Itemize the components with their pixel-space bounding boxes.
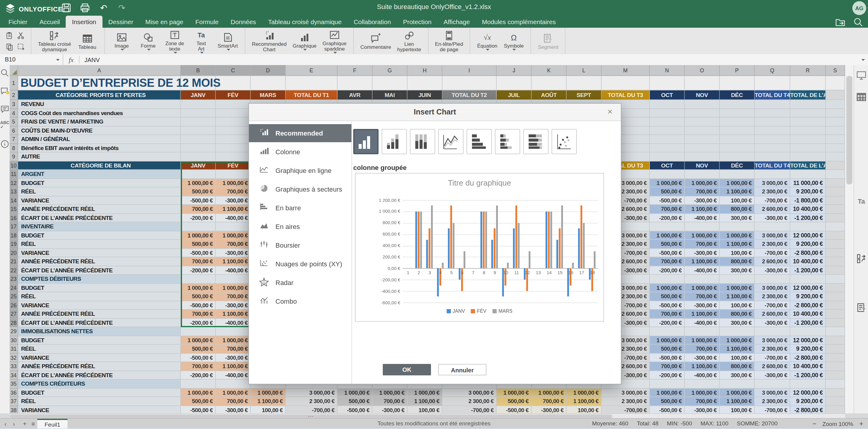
cell-N[interactable]: -500,00 € [650, 353, 685, 362]
cell-A[interactable]: ANNÉE PRÉCÉDENTE RÉEL [18, 310, 181, 319]
cell-S[interactable] [826, 397, 845, 406]
cell-R[interactable]: -2 800,00 € [790, 353, 826, 362]
cell-L[interactable] [567, 76, 601, 90]
cell-P[interactable] [720, 118, 755, 126]
cell-B[interactable]: 700,00 € [181, 205, 216, 213]
cell-S[interactable] [826, 284, 845, 292]
cell-A[interactable]: BUDGET [18, 284, 181, 292]
cell-O[interactable] [685, 380, 720, 388]
cell-P[interactable]: 100,00 € [720, 196, 755, 205]
cell-N[interactable] [650, 118, 685, 126]
row-header-34[interactable]: 34 [10, 371, 18, 380]
cell-B[interactable]: -200,00 € [181, 371, 216, 380]
cell-S[interactable] [826, 213, 845, 222]
cell-B[interactable] [181, 100, 216, 109]
cell-A[interactable]: Bénéfice EBIT avant intérêts et impôts [18, 144, 181, 153]
row-header-16[interactable]: 16 [10, 213, 18, 222]
row-header-26[interactable]: 26 [10, 301, 18, 310]
cell-Q[interactable]: 3 000,00 € [755, 179, 790, 187]
cell-N[interactable] [650, 109, 685, 118]
row-header-21[interactable]: 21 [10, 257, 18, 266]
cell-P[interactable]: 300,00 € [720, 319, 755, 327]
cell-R[interactable]: 11 000,00 € [790, 179, 826, 187]
row-header-22[interactable]: 22 [10, 266, 18, 275]
table-settings-icon[interactable] [854, 92, 868, 102]
cell-O[interactable]: 1 100,00 € [685, 257, 720, 266]
chart-type-area[interactable]: En aires [249, 218, 351, 236]
menu-tab-collaboration[interactable]: Collaboration [347, 16, 397, 28]
cell-Q[interactable]: 2 300,00 € [755, 240, 790, 249]
cell-R[interactable] [790, 126, 826, 135]
formula-bar-expand-icon[interactable] [857, 54, 868, 65]
cell-P[interactable]: 1 000,00 € [720, 179, 755, 187]
cell-O[interactable]: -300,00 € [685, 196, 720, 205]
cell-Q[interactable]: -700,00 € [755, 353, 790, 362]
cell-N[interactable] [650, 170, 685, 179]
cell-R[interactable]: 12 000,00 € [790, 336, 826, 344]
row-header-15[interactable]: 15 [10, 205, 18, 213]
cell-N[interactable]: -500,00 € [650, 249, 685, 257]
subtype-column-100-stacked[interactable] [410, 129, 435, 154]
cell-S[interactable] [826, 362, 845, 371]
cell-N[interactable]: 1 000,00 € [650, 179, 685, 187]
cell-A[interactable]: INVENTAIRE [18, 222, 181, 231]
formula-input[interactable]: JANV [80, 56, 857, 63]
row-header-2[interactable]: 2 [10, 90, 18, 100]
cell-N[interactable] [650, 100, 685, 109]
cell-Q[interactable]: 2 300,00 € [755, 187, 790, 196]
cell-A[interactable]: CATÉGORIE DE BILAN [18, 161, 181, 170]
cell-J[interactable]: -500,00 € [497, 406, 532, 413]
cell-E[interactable]: 3 000,00 € [286, 388, 338, 397]
cell-C[interactable] [216, 109, 251, 118]
cell-B[interactable] [181, 118, 216, 126]
cell-B[interactable]: 1 000,00 € [181, 284, 216, 292]
cell-R[interactable] [790, 222, 826, 231]
cell-C[interactable] [216, 153, 251, 161]
cell-Q[interactable] [755, 222, 790, 231]
column-header-K[interactable]: K [532, 65, 567, 76]
cell-A[interactable]: ANNÉE PRÉCÉDENTE RÉEL [18, 362, 181, 371]
cell-O[interactable]: 700,00 € [685, 187, 720, 196]
row-header-8[interactable]: 8 [10, 144, 18, 153]
row-header-23[interactable]: 23 [10, 275, 18, 284]
cell-C[interactable]: 700,00 € [216, 240, 251, 249]
row-header-9[interactable]: 9 [10, 153, 18, 161]
cell-O[interactable]: 1 000,00 € [685, 231, 720, 240]
cell-B[interactable]: -200,00 € [181, 319, 216, 327]
cell-S[interactable] [826, 257, 845, 266]
cell-J[interactable]: 500,00 € [497, 397, 532, 406]
cell-S[interactable] [826, 406, 845, 413]
cell-F[interactable]: -500,00 € [338, 406, 373, 413]
cell-S[interactable] [826, 90, 845, 100]
cell-N[interactable] [650, 144, 685, 153]
cell-B[interactable]: 700,00 € [181, 257, 216, 266]
cell-N[interactable]: 1 000,00 € [650, 336, 685, 344]
cell-Q[interactable]: -700,00 € [755, 406, 790, 413]
cell-A[interactable]: VARIANCE [18, 249, 181, 257]
cell-O[interactable]: 1 000,00 € [685, 284, 720, 292]
column-header-L[interactable]: L [567, 65, 601, 76]
cell-C[interactable]: 1 000,00 € [216, 284, 251, 292]
cell-N[interactable]: OCT [650, 90, 685, 100]
cell-A[interactable]: VARIANCE [18, 353, 181, 362]
row-header-12[interactable]: 12 [10, 179, 18, 187]
column-header-I[interactable]: I [442, 65, 497, 76]
cell-F[interactable]: 500,00 € [338, 397, 373, 406]
menu-tab-mise-en-page[interactable]: Mise en page [139, 16, 189, 28]
cell-D[interactable] [251, 76, 286, 90]
spellcheck-icon[interactable]: ABC✓ [0, 121, 10, 130]
cell-C[interactable] [216, 76, 251, 90]
subtype-column-clustered[interactable] [353, 129, 378, 154]
avatar[interactable]: AG [852, 1, 866, 15]
cell-A[interactable]: ÉCART DE L’ANNÉE PRÉCÉDENTE [18, 371, 181, 380]
cell-P[interactable]: 1 000,00 € [720, 388, 755, 397]
cell-B[interactable]: -500,00 € [181, 196, 216, 205]
cell-C[interactable]: 1 100,00 € [216, 257, 251, 266]
cell-D[interactable]: 100,00 € [251, 406, 286, 413]
cell-Q[interactable]: TOTAL DU T4 [755, 90, 790, 100]
cell-C[interactable]: 1 100,00 € [216, 362, 251, 371]
cell-M[interactable]: 2 300,00 € [601, 397, 650, 406]
cell-B[interactable] [181, 126, 216, 135]
cell-reference-box[interactable]: B10 [0, 54, 63, 65]
cell-S[interactable] [826, 170, 845, 179]
